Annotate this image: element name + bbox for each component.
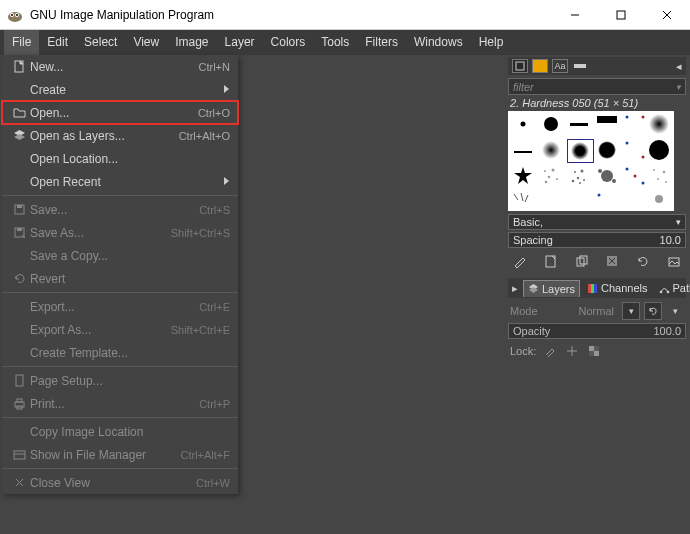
menu-file[interactable]: File (4, 30, 39, 55)
menu-item-label: Print... (28, 397, 199, 411)
dock-tabstrip-top: Aa ◂ (508, 57, 686, 75)
brush-preset-select[interactable]: Basic, ▾ (508, 214, 686, 230)
refresh-brushes-icon[interactable] (633, 252, 653, 270)
svg-rect-18 (16, 375, 23, 386)
lock-position-icon[interactable] (564, 343, 580, 359)
open-as-image-icon[interactable] (664, 252, 684, 270)
svg-rect-30 (570, 123, 588, 126)
tab-layers[interactable]: Layers (523, 280, 580, 297)
menu-item-label: Revert (28, 272, 230, 286)
menu-item-new[interactable]: New...Ctrl+N (2, 55, 238, 78)
svg-point-49 (581, 170, 584, 173)
svg-point-63 (665, 181, 667, 183)
window-title: GNU Image Manipulation Program (30, 8, 552, 22)
edit-brush-icon[interactable] (510, 252, 530, 270)
svg-point-52 (572, 180, 575, 183)
menu-layer[interactable]: Layer (217, 30, 263, 55)
new-doc-icon (10, 60, 28, 73)
chevron-down-icon: ▾ (676, 82, 681, 92)
menu-view[interactable]: View (125, 30, 167, 55)
menu-help[interactable]: Help (471, 30, 512, 55)
layer-mode-switch-icon[interactable] (644, 302, 662, 320)
svg-rect-27 (574, 64, 586, 68)
menu-separator (2, 366, 238, 367)
history-tab-icon[interactable] (572, 59, 588, 73)
menu-windows[interactable]: Windows (406, 30, 471, 55)
layer-mode-menu-icon[interactable]: ▾ (666, 302, 684, 320)
dock-menu-icon[interactable]: ◂ (676, 60, 682, 73)
menu-item-label: Save As... (28, 226, 171, 240)
menu-image[interactable]: Image (167, 30, 216, 55)
tool-options-tab-icon[interactable] (512, 59, 528, 73)
tab-channels[interactable]: Channels (583, 280, 651, 296)
svg-rect-17 (17, 228, 22, 231)
svg-point-60 (653, 169, 655, 171)
close-button[interactable] (644, 0, 690, 30)
svg-marker-10 (224, 85, 229, 93)
duplicate-brush-icon[interactable] (572, 252, 592, 270)
menu-separator (2, 417, 238, 418)
svg-rect-6 (617, 11, 625, 19)
svg-point-50 (577, 177, 579, 179)
menu-item-create[interactable]: Create (2, 78, 238, 101)
svg-point-81 (659, 290, 662, 293)
menu-filters[interactable]: Filters (357, 30, 406, 55)
delete-brush-icon[interactable] (602, 252, 622, 270)
svg-rect-87 (594, 346, 599, 351)
tab-layers-label: Layers (542, 283, 575, 295)
lock-alpha-icon[interactable] (586, 343, 602, 359)
channels-icon (587, 283, 598, 294)
menu-item-label: Open... (28, 106, 198, 120)
svg-rect-79 (591, 284, 594, 293)
menu-edit[interactable]: Edit (39, 30, 76, 55)
tab-paths[interactable]: Paths (655, 280, 690, 296)
layer-opacity-value: 100.0 (653, 325, 681, 337)
svg-point-48 (574, 171, 576, 173)
menu-select[interactable]: Select (76, 30, 125, 55)
svg-rect-26 (516, 62, 524, 70)
menu-item-shortcut: Shift+Ctrl+S (171, 227, 230, 239)
brush-filter-placeholder: filter (513, 81, 534, 93)
svg-rect-15 (17, 205, 22, 208)
svg-point-59 (642, 182, 645, 185)
layer-mode-select[interactable]: ▾ (622, 302, 640, 320)
gimp-logo-icon (6, 6, 24, 24)
new-brush-icon[interactable] (541, 252, 561, 270)
layer-opacity-input[interactable]: Opacity 100.0 (508, 323, 686, 339)
menu-item-shortcut: Ctrl+Alt+O (179, 130, 230, 142)
paths-icon (659, 283, 670, 294)
svg-marker-77 (529, 287, 538, 293)
menu-item-open-recent[interactable]: Open Recent (2, 170, 238, 193)
svg-point-55 (598, 169, 602, 173)
svg-point-68 (655, 195, 663, 203)
svg-rect-20 (17, 399, 22, 402)
menu-item-open-location[interactable]: Open Location... (2, 147, 238, 170)
brush-filter-input[interactable]: filter ▾ (508, 78, 686, 95)
menu-item-open[interactable]: Open...Ctrl+O (2, 101, 238, 124)
menu-colors[interactable]: Colors (263, 30, 314, 55)
svg-point-54 (601, 170, 613, 182)
folder-icon (10, 106, 28, 119)
svg-point-82 (666, 290, 669, 293)
minimize-button[interactable] (552, 0, 598, 30)
brush-grid[interactable] (508, 111, 674, 211)
menu-item-shortcut: Ctrl+O (198, 107, 230, 119)
lock-pixels-icon[interactable] (542, 343, 558, 359)
dock-menu-icon[interactable]: ▸ (510, 282, 520, 295)
print-icon (10, 397, 28, 410)
menu-item-label: Open Recent (28, 175, 216, 189)
menu-item-label: Export... (28, 300, 199, 314)
svg-point-43 (544, 170, 546, 172)
layer-opacity-label: Opacity (513, 325, 550, 337)
menu-item-save-a-copy: Save a Copy... (2, 244, 238, 267)
menu-tools[interactable]: Tools (313, 30, 357, 55)
menu-item-shortcut: Ctrl+E (199, 301, 230, 313)
file-mgr-icon (10, 448, 28, 461)
brush-spacing-input[interactable]: Spacing 10.0 (508, 232, 686, 248)
menu-item-open-as-layers[interactable]: Open as Layers...Ctrl+Alt+O (2, 124, 238, 147)
fonts-tab-icon[interactable]: Aa (552, 59, 568, 73)
maximize-button[interactable] (598, 0, 644, 30)
brushes-tab-icon[interactable] (532, 59, 548, 73)
svg-point-45 (548, 176, 550, 178)
menu-item-page-setup: Page Setup... (2, 369, 238, 392)
